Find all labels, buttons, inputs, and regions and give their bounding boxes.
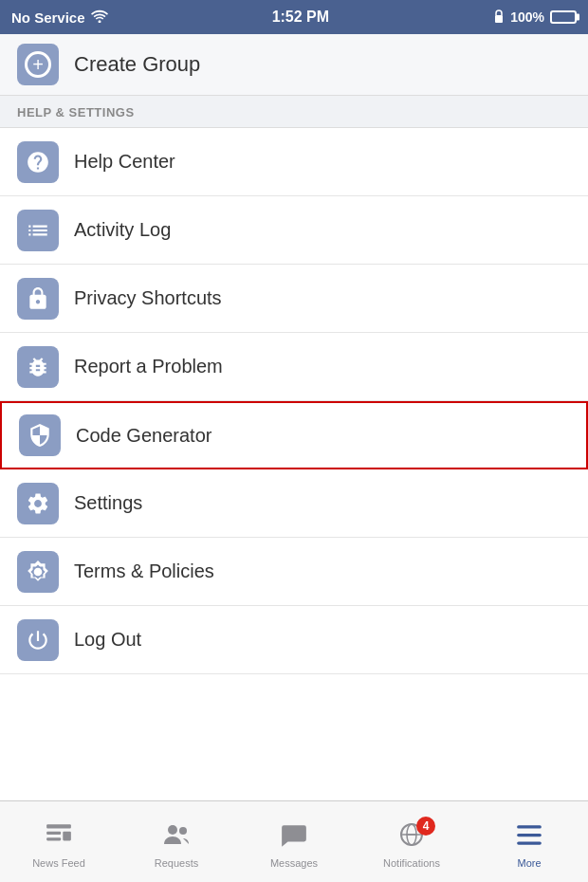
plus-circle-icon: +	[25, 51, 51, 78]
tab-bar: News Feed Requests Messages	[0, 800, 588, 882]
header[interactable]: + Create Group	[0, 34, 588, 96]
svg-rect-1	[46, 824, 71, 828]
tab-label-news-feed: News Feed	[32, 857, 85, 869]
menu-item-privacy-shortcuts[interactable]: Privacy Shortcuts	[0, 265, 588, 333]
menu-label-terms-policies: Terms & Policies	[74, 560, 214, 582]
tab-notifications[interactable]: 4 Notifications	[353, 815, 470, 869]
menu-label-code-generator: Code Generator	[76, 425, 211, 447]
menu-label-activity-log: Activity Log	[74, 219, 171, 241]
tab-news-feed[interactable]: News Feed	[0, 815, 118, 869]
notifications-icon: 4	[397, 822, 426, 854]
news-feed-icon	[45, 822, 73, 854]
messages-icon	[280, 822, 308, 854]
lock-menu-icon	[17, 278, 59, 320]
menu-label-privacy-shortcuts: Privacy Shortcuts	[74, 287, 222, 309]
menu-item-help-center[interactable]: Help Center	[0, 128, 588, 196]
svg-point-5	[168, 825, 177, 835]
more-icon	[515, 822, 543, 854]
tab-label-notifications: Notifications	[383, 857, 440, 869]
question-icon	[17, 141, 59, 183]
svg-rect-0	[495, 15, 503, 23]
menu-item-report-problem[interactable]: Report a Problem	[0, 333, 588, 401]
status-left: No Service	[11, 9, 108, 26]
carrier-text: No Service	[11, 9, 85, 26]
wifi-icon	[91, 9, 108, 26]
menu-item-terms-policies[interactable]: Terms & Policies	[0, 538, 588, 606]
svg-rect-11	[517, 825, 542, 828]
menu-label-log-out: Log Out	[74, 629, 141, 651]
status-bar: No Service 1:52 PM 100%	[0, 0, 588, 34]
list-icon	[17, 210, 59, 251]
badge-icon	[17, 551, 59, 593]
tab-requests[interactable]: Requests	[118, 815, 235, 869]
tab-label-more: More	[517, 857, 541, 869]
tab-label-requests: Requests	[155, 857, 198, 869]
lock-icon	[493, 9, 505, 27]
status-time: 1:52 PM	[272, 9, 329, 26]
bug-icon	[17, 346, 59, 388]
svg-rect-3	[46, 837, 61, 840]
menu-item-log-out[interactable]: Log Out	[0, 606, 588, 674]
header-title: Create Group	[74, 52, 200, 77]
status-right: 100%	[493, 9, 577, 27]
svg-rect-13	[517, 842, 542, 845]
svg-point-6	[179, 827, 187, 835]
gear-icon	[17, 483, 59, 524]
svg-rect-2	[46, 832, 61, 835]
tab-messages[interactable]: Messages	[235, 815, 353, 869]
tab-label-messages: Messages	[270, 857, 318, 869]
tab-more[interactable]: More	[470, 815, 588, 869]
section-header: HELP & SETTINGS	[0, 96, 588, 128]
power-icon	[17, 619, 59, 661]
create-group-icon: +	[17, 44, 59, 85]
svg-rect-12	[517, 834, 542, 836]
requests-icon	[162, 822, 191, 854]
svg-rect-4	[63, 832, 71, 841]
section-header-label: HELP & SETTINGS	[17, 105, 135, 119]
menu-item-code-generator[interactable]: Code Generator	[0, 401, 588, 469]
shield-lock-icon	[19, 414, 61, 456]
battery-icon	[550, 10, 577, 24]
menu-label-settings: Settings	[74, 492, 142, 514]
menu-list: Help Center Activity Log Privacy Shortcu…	[0, 128, 588, 674]
menu-label-help-center: Help Center	[74, 151, 175, 173]
notifications-badge: 4	[416, 817, 435, 836]
menu-item-activity-log[interactable]: Activity Log	[0, 196, 588, 265]
menu-item-settings[interactable]: Settings	[0, 469, 588, 538]
battery-percent: 100%	[510, 9, 544, 25]
menu-label-report-problem: Report a Problem	[74, 356, 223, 377]
